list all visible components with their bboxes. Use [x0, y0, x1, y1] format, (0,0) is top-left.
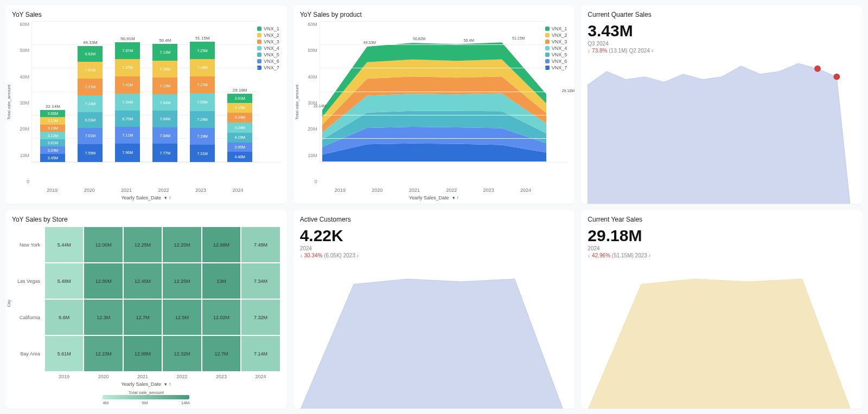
heatmap-cell[interactable]: 7.14M	[241, 335, 280, 372]
heatmap-cell[interactable]: 7.34M	[241, 263, 280, 299]
kpi-period: Q3 2024	[588, 41, 856, 47]
bar-column[interactable]: 50.91M7.96M7.11M6.75M7.34M7.41M7.27M7.07…	[114, 36, 141, 162]
heatmap-cell[interactable]: 12.7M	[202, 335, 241, 372]
chevron-right-icon[interactable]: ›	[357, 253, 359, 258]
heatmap-cell[interactable]: 12.25M	[162, 263, 201, 299]
heatmap-cell[interactable]: 5.48M	[44, 263, 84, 299]
area-total-label: 29.18M	[562, 88, 575, 92]
heatmap-cell[interactable]: 5.61M	[44, 335, 84, 372]
bar-segment: 6.75M	[115, 111, 140, 126]
y-axis-label: City	[7, 300, 11, 307]
heatmap-cell[interactable]: 7.48M	[241, 227, 280, 263]
heatmap-cell[interactable]: 12.5M	[162, 299, 201, 335]
delta-pct: 30.34%	[304, 253, 322, 258]
bar-total-label: 50.4M	[159, 38, 171, 43]
bar-segment: 7.19M	[152, 61, 177, 77]
sparkline	[300, 263, 569, 409]
bar-segment: 3.24M	[40, 146, 65, 154]
bar-segment: 3.01M	[40, 139, 65, 146]
bar-segment: 7.13M	[152, 44, 177, 61]
heatmap-cell[interactable]: 12.98M	[202, 227, 241, 263]
kpi-delta: ↓ 73.8% (13.1M) Q2 2024 ›	[588, 48, 856, 54]
chevron-right-icon[interactable]: ›	[649, 253, 650, 258]
card-title: YoY Sales by product	[300, 11, 569, 18]
heatmap-cell[interactable]: 13M	[202, 263, 241, 299]
x-tick: 2020	[84, 374, 123, 379]
bar-segment: 7.27M	[115, 59, 140, 76]
card-title: YoY Sales by Store	[12, 216, 280, 223]
x-axis-label: Yearly Sales_Date ▾ ↑	[300, 195, 569, 200]
sort-icon[interactable]: ▾ ↑	[164, 195, 171, 200]
bar-segment: 7.07M	[78, 62, 103, 79]
heatmap-cell[interactable]: 12.23M	[84, 335, 123, 372]
x-tick: 2023	[195, 187, 206, 193]
heatmap-cell[interactable]: 12.80M	[84, 263, 123, 299]
sort-icon[interactable]: ▾ ↑	[164, 381, 171, 387]
x-tick: 2024	[241, 374, 280, 379]
bar-segment: 7.59M	[78, 144, 103, 162]
area-total-label: 50.82M	[413, 37, 425, 41]
heatmap-cell[interactable]: 12.00M	[84, 227, 123, 263]
card-yoy-by-product[interactable]: YoY Sales by product VNX_1VNX_2VNX_3VNX_…	[293, 5, 575, 204]
card-title: Active Customers	[300, 216, 569, 223]
bar-total-label: 29.18M	[233, 88, 247, 93]
bar-segment: 4.34M	[227, 113, 252, 123]
bar-column[interactable]: 51.15M7.31M7.19M7.24M7.55M7.27M7.34M7.25…	[189, 36, 216, 162]
card-yoy-sales[interactable]: YoY Sales VNX_1VNX_2VNX_3VNX_4VNX_5VNX_6…	[5, 5, 287, 204]
y-axis-label: Total sale_amount	[7, 85, 11, 120]
bar-segment: 7.41M	[115, 76, 140, 94]
area-total-label: 49.33M	[363, 41, 376, 44]
x-tick: 2024	[520, 187, 531, 193]
x-tick: 2022	[158, 187, 169, 193]
area-total-label: 50.4M	[464, 38, 474, 42]
bar-segment: 7.01M	[78, 128, 103, 144]
x-tick: 2022	[162, 374, 201, 379]
heatmap-cell[interactable]: 5.44M	[44, 227, 84, 263]
card-active-customers[interactable]: Active Customers 4.22K 2024 ↓ 30.34% (6.…	[293, 210, 575, 409]
heatmap-cell[interactable]: 12.3M	[84, 299, 123, 335]
delta-abs: (6.05K)	[324, 253, 342, 258]
card-title: Current Year Sales	[588, 216, 856, 223]
heatmap-cell[interactable]: 6.6M	[44, 299, 84, 335]
svg-point-1	[834, 74, 840, 80]
bar-segment: 7.34M	[190, 59, 215, 76]
heatmap-cell[interactable]: 12.02M	[202, 299, 241, 335]
x-axis-label: Yearly Sales_Date ▾ ↑	[12, 195, 280, 200]
heatmap[interactable]: New York5.44M12.00M12.25M12.25M12.98M7.4…	[12, 227, 280, 405]
heatmap-cell[interactable]: 12.98M	[123, 335, 162, 372]
kpi-delta: ↓ 30.34% (6.05K) 2023 ›	[300, 253, 569, 258]
bar-segment: 7.25M	[190, 42, 215, 59]
x-axis: 201920202021202220232024	[300, 184, 569, 193]
kpi-value: 3.43M	[588, 22, 856, 40]
heatmap-cell[interactable]: 12.32M	[162, 335, 201, 372]
bar-plot[interactable]: 22.14M3.45M3.24M3.01M3.12M3.19M3.13M3.00…	[31, 22, 280, 163]
sparkline	[588, 58, 856, 204]
chart-body: 60M50M40M30M20M10M0 22.14M49.33M50.82M50…	[300, 22, 569, 184]
heatmap-cell[interactable]: 12.25M	[162, 227, 201, 263]
bar-column[interactable]: 22.14M3.45M3.24M3.01M3.12M3.19M3.13M3.00…	[39, 104, 66, 162]
heatmap-cell[interactable]: 12.45M	[123, 263, 162, 299]
chevron-right-icon[interactable]: ›	[652, 48, 653, 54]
heatmap-cell[interactable]: 7.32M	[241, 299, 280, 335]
kpi-value: 4.22K	[300, 227, 569, 244]
bar-column[interactable]: 50.4M7.77M7.04M7.04M7.04M7.19M7.19M7.13M	[151, 38, 178, 162]
area-plot[interactable]: 22.14M49.33M50.82M50.4M51.15M29.18M	[320, 22, 569, 163]
bar-segment: 7.77M	[152, 144, 177, 162]
heatmap-cell[interactable]: 12.7M	[123, 299, 162, 335]
kpi-period: 2024	[300, 245, 569, 251]
bar-column[interactable]: 29.18M4.40M3.95M4.19M4.24M4.34M4.15M3.91…	[226, 88, 253, 162]
card-current-year[interactable]: Current Year Sales 29.18M 2024 ↓ 42.96% …	[581, 210, 863, 409]
bar-segment: 4.24M	[227, 122, 252, 132]
card-yoy-by-store[interactable]: YoY Sales by Store City New York5.44M12.…	[5, 210, 287, 409]
bar-segment: 3.45M	[40, 154, 65, 162]
x-tick: 2023	[483, 187, 494, 193]
card-current-quarter[interactable]: Current Quarter Sales 3.43M Q3 2024 ↓ 73…	[581, 5, 863, 204]
bar-column[interactable]: 49.33M7.59M7.01M6.53M7.24M7.27M7.07M6.62…	[76, 40, 104, 162]
delta-pct: 42.96%	[592, 253, 610, 258]
sort-icon[interactable]: ▾ ↑	[452, 195, 459, 200]
bar-segment: 7.11M	[115, 127, 140, 144]
heatmap-cell[interactable]: 12.25M	[123, 227, 162, 263]
bar-segment: 7.27M	[78, 79, 103, 96]
bar-segment: 4.40M	[227, 152, 252, 162]
bar-segment: 7.31M	[190, 145, 215, 162]
